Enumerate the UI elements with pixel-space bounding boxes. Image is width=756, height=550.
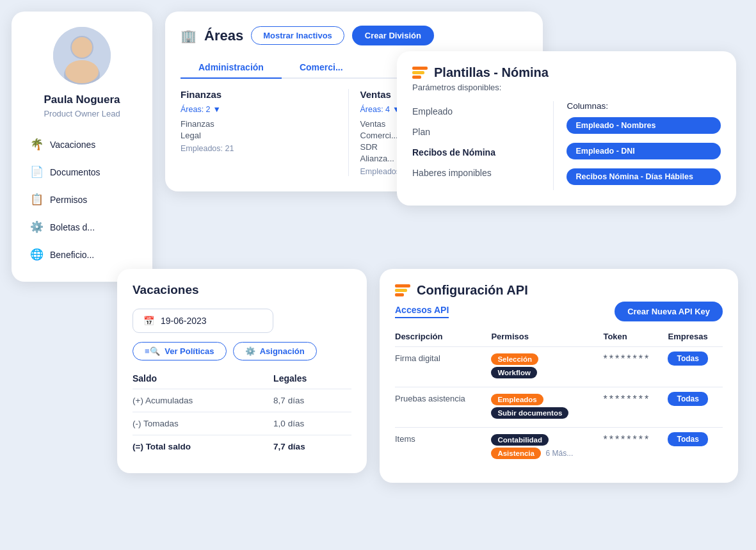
row-acumuladas-label: (+) Acumuladas <box>133 389 273 412</box>
col-title-finanzas: Finanzas <box>181 89 337 100</box>
api-header-token: Token <box>603 332 668 347</box>
permisos-icon: 📋 <box>29 193 44 206</box>
areas-org-icon: 🏢 <box>181 28 197 44</box>
profile-name: Paula Noguera <box>44 93 120 106</box>
param-plan[interactable]: Plan <box>412 122 540 142</box>
api-empresa-items: Todas <box>668 428 723 468</box>
api-desc-firma: Firma digital <box>395 347 491 387</box>
list-icon: ≡🔍 <box>145 346 160 356</box>
documentos-icon: 📄 <box>29 165 44 179</box>
col-badge-dni[interactable]: Empleado - DNI <box>567 143 721 159</box>
params-col: Empleado Plan Recibos de Nómina Haberes … <box>412 101 554 190</box>
row-acumuladas-value: 8,7 días <box>273 389 351 412</box>
profile-role: Product Owner Lead <box>44 109 120 118</box>
profile-card: Paula Noguera Product Owner Lead 🌴 Vacac… <box>12 12 152 282</box>
areas-col-finanzas: Finanzas Áreas: 2 ▼ Finanzas Legal Emple… <box>181 89 349 176</box>
api-header-descripcion: Descripción <box>395 332 491 347</box>
menu-item-boletas[interactable]: ⚙️ Boletas d... <box>22 214 142 240</box>
plantillas-header: Plantillas - Nómina <box>412 65 721 80</box>
badge-workflow: Workflow <box>491 367 537 378</box>
badge-contabilidad: Contabilidad <box>491 434 549 446</box>
api-header-empresas: Empresas <box>668 332 723 347</box>
calendar-icon: 📅 <box>143 316 154 326</box>
table-row: (+) Acumuladas 8,7 días <box>133 389 351 412</box>
more-link[interactable]: 6 Más... <box>546 449 574 458</box>
api-row-firma: Firma digital Selección Workflow *******… <box>395 347 723 387</box>
create-division-button[interactable]: Crear División <box>352 26 434 45</box>
col-badge-nombres[interactable]: Empleado - Nombres <box>567 117 721 134</box>
api-card: Configuración API Accesos API Crear Nuev… <box>380 269 738 483</box>
asignacion-button[interactable]: ⚙️ Asignación <box>233 342 317 360</box>
menu-item-documentos[interactable]: 📄 Documentos <box>22 159 142 185</box>
badge-seleccion: Selección <box>491 353 538 365</box>
areas-title: Áreas <box>204 28 243 44</box>
menu-item-vacaciones[interactable]: 🌴 Vacaciones <box>22 131 142 158</box>
menu-item-beneficios[interactable]: 🌐 Beneficio... <box>22 241 142 268</box>
param-haberes[interactable]: Haberes imponibles <box>412 163 540 183</box>
col-sub-finanzas: Áreas: 2 ▼ <box>181 105 337 114</box>
api-header: Configuración API <box>395 283 723 298</box>
param-recibos[interactable]: Recibos de Nómina <box>412 142 540 163</box>
api-layers-icon <box>395 284 410 296</box>
menu-label-boletas: Boletas d... <box>50 222 95 232</box>
api-token-items: ******** <box>603 428 668 468</box>
vacaciones-card: Vacaciones 📅 19-06-2023 ≡🔍 Ver Políticas… <box>117 269 367 473</box>
avatar <box>53 27 111 85</box>
api-empresa-pruebas: Todas <box>668 387 723 428</box>
param-empleado[interactable]: Empleado <box>412 101 540 122</box>
menu-label-beneficios: Beneficio... <box>50 250 94 260</box>
col-item-finanzas: Finanzas <box>181 119 337 129</box>
row-tomadas-label: (-) Tomadas <box>133 412 273 435</box>
vacaciones-buttons: ≡🔍 Ver Políticas ⚙️ Asignación <box>133 342 351 360</box>
plantillas-title: Plantillas - Nómina <box>434 65 549 80</box>
api-tab-accesos[interactable]: Accesos API <box>395 305 449 318</box>
areas-header: 🏢 Áreas Mostrar Inactivos Crear División <box>181 26 527 45</box>
svg-point-3 <box>72 37 92 58</box>
vac-header-saldo: Saldo <box>133 373 273 389</box>
tab-comercial[interactable]: Comerci... <box>282 57 361 79</box>
api-title: Configuración API <box>417 283 528 298</box>
columns-label: Columnas: <box>567 101 721 111</box>
tab-administracion[interactable]: Administración <box>181 57 282 79</box>
plantillas-card: Plantillas - Nómina Parámetros disponibl… <box>397 51 736 206</box>
boletas-icon: ⚙️ <box>29 220 44 234</box>
api-row-pruebas: Pruebas asistencia Empleados Subir docum… <box>395 387 723 428</box>
show-inactive-button[interactable]: Mostrar Inactivos <box>251 26 344 45</box>
menu-label-vacaciones: Vacaciones <box>50 140 95 150</box>
beneficios-icon: 🌐 <box>29 248 44 261</box>
vacaciones-table: Saldo Legales (+) Acumuladas 8,7 días (-… <box>133 373 351 458</box>
api-token-pruebas: ******** <box>603 387 668 428</box>
menu-label-permisos: Permisos <box>50 195 87 205</box>
table-row: (=) Total saldo 7,7 días <box>133 435 351 458</box>
vac-header-legales: Legales <box>273 373 351 389</box>
badge-subir-docs: Subir documentos <box>491 407 568 419</box>
plantillas-body: Empleado Plan Recibos de Nómina Haberes … <box>412 101 721 190</box>
col-employees-finanzas: Empleados: 21 <box>181 144 337 153</box>
date-value: 19-06-2023 <box>161 316 207 326</box>
api-row-items: Items Contabilidad Asistencia 6 Más... *… <box>395 428 723 468</box>
vacaciones-title: Vacaciones <box>133 283 351 297</box>
api-token-firma: ******** <box>603 347 668 387</box>
svg-point-4 <box>65 60 99 83</box>
api-permisos-items: Contabilidad Asistencia 6 Más... <box>491 428 603 468</box>
ver-politicas-button[interactable]: ≡🔍 Ver Políticas <box>133 342 227 360</box>
plantillas-subtitle: Parámetros disponibles: <box>412 83 721 92</box>
menu-label-documentos: Documentos <box>50 167 101 177</box>
api-desc-pruebas: Pruebas asistencia <box>395 387 491 428</box>
api-permisos-pruebas: Empleados Subir documentos <box>491 387 603 428</box>
menu-item-permisos[interactable]: 📋 Permisos <box>22 186 142 213</box>
vacaciones-icon: 🌴 <box>29 138 44 151</box>
table-row: (-) Tomadas 1,0 días <box>133 412 351 435</box>
badge-empleados: Empleados <box>491 394 543 405</box>
col-badge-dias[interactable]: Recibos Nómina - Días Hábiles <box>567 168 721 185</box>
gear-icon: ⚙️ <box>245 346 255 356</box>
col-item-legal: Legal <box>181 131 337 140</box>
api-table: Descripción Permisos Token Empresas Firm… <box>395 332 723 467</box>
create-api-key-button[interactable]: Crear Nueva API Key <box>615 302 723 321</box>
date-input[interactable]: 📅 19-06-2023 <box>133 309 273 333</box>
layers-icon <box>412 67 428 79</box>
badge-asistencia: Asistencia <box>491 448 541 459</box>
columns-col: Columnas: Empleado - Nombres Empleado - … <box>567 101 721 190</box>
row-tomadas-value: 1,0 días <box>273 412 351 435</box>
api-subheader: Accesos API Crear Nueva API Key <box>395 302 723 321</box>
